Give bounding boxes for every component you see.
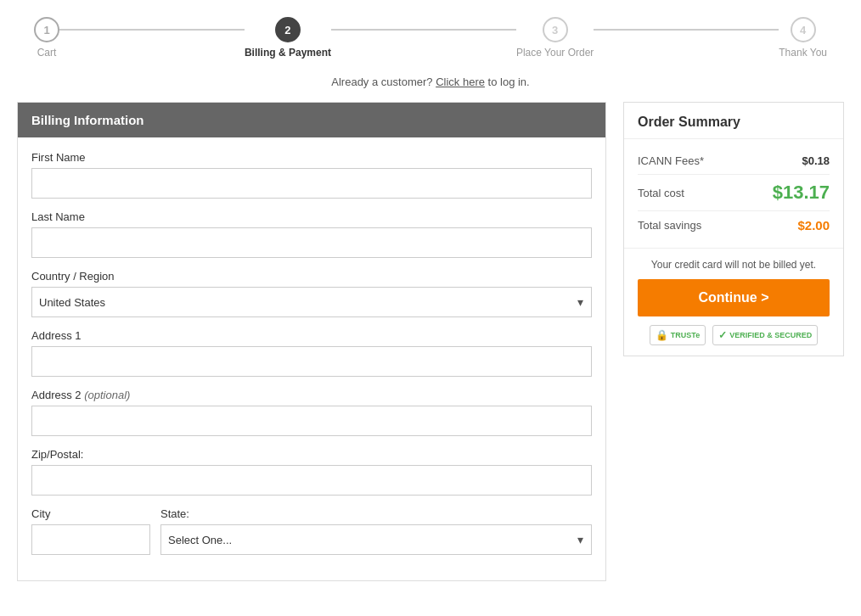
step-2-label: Billing & Payment	[245, 47, 331, 59]
state-select[interactable]: Select One... Alabama Alaska Arizona Cal…	[160, 524, 592, 555]
continue-button[interactable]: Continue >	[638, 279, 830, 316]
truste-icon: 🔒	[656, 329, 668, 341]
total-cost-row: Total cost $13.17	[638, 175, 830, 211]
step-4: 4 Thank You	[779, 17, 827, 59]
total-cost-label: Total cost	[638, 187, 684, 199]
city-label: City	[31, 507, 150, 520]
credit-note: Your credit card will not be billed yet.	[638, 259, 830, 271]
login-prompt-text: Already a customer?	[331, 76, 432, 88]
step-2: 2 Billing & Payment	[245, 17, 331, 59]
billing-header: Billing Information	[18, 103, 605, 137]
state-label: State:	[160, 507, 592, 520]
main-layout: Billing Information First Name Last Name…	[0, 102, 861, 598]
verified-label: VERIFIED & SECURED	[729, 331, 812, 339]
country-label: Country / Region	[31, 270, 592, 283]
truste-badge: 🔒 TRUSTe	[650, 325, 706, 345]
address2-group: Address 2 (optional)	[31, 389, 592, 436]
total-savings-row: Total savings $2.00	[638, 211, 830, 239]
last-name-input[interactable]	[31, 227, 592, 258]
order-action: Your credit card will not be billed yet.…	[624, 248, 843, 356]
country-select[interactable]: United States Canada United Kingdom Aust…	[31, 287, 592, 317]
step-1: 1 Cart	[34, 17, 59, 59]
verified-badge: ✓ VERIFIED & SECURED	[712, 325, 818, 345]
address1-group: Address 1	[31, 329, 592, 377]
connector-3-4	[594, 29, 779, 31]
login-prompt: Already a customer? Click here to log in…	[0, 67, 861, 102]
billing-section: Billing Information First Name Last Name…	[17, 102, 606, 581]
login-suffix: to log in.	[488, 76, 530, 88]
state-group: State: Select One... Alabama Alaska Ariz…	[160, 507, 592, 555]
country-select-wrapper: United States Canada United Kingdom Aust…	[31, 287, 592, 317]
connector-1-2	[59, 29, 245, 31]
total-savings-value: $2.00	[797, 218, 830, 232]
verified-icon: ✓	[718, 329, 727, 341]
total-savings-label: Total savings	[638, 219, 701, 232]
order-summary-header: Order Summary	[624, 103, 843, 139]
progress-bar: 1 Cart 2 Billing & Payment 3 Place Your …	[0, 0, 861, 67]
icann-fees-label: ICANN Fees*	[638, 154, 704, 167]
order-summary: Order Summary ICANN Fees* $0.18 Total co…	[623, 102, 844, 356]
first-name-label: First Name	[31, 151, 592, 164]
billing-title: Billing Information	[31, 113, 144, 127]
total-cost-value: $13.17	[773, 182, 830, 204]
step-4-circle: 4	[791, 17, 816, 42]
login-link[interactable]: Click here	[436, 76, 485, 88]
billing-body: First Name Last Name Country / Region Un…	[18, 137, 605, 580]
truste-label: TRUSTe	[671, 331, 700, 339]
address1-input[interactable]	[31, 346, 592, 377]
first-name-group: First Name	[31, 151, 592, 199]
icann-fees-value: $0.18	[802, 154, 830, 167]
connector-2-3	[331, 29, 516, 31]
zip-group: Zip/Postal:	[31, 448, 592, 496]
order-summary-title: Order Summary	[638, 115, 740, 129]
step-4-label: Thank You	[779, 47, 827, 59]
address1-label: Address 1	[31, 329, 592, 342]
city-state-row: City State: Select One... Alabama Alaska…	[31, 507, 592, 567]
step-3-label: Place Your Order	[516, 47, 594, 59]
state-select-wrapper: Select One... Alabama Alaska Arizona Cal…	[160, 524, 592, 555]
last-name-label: Last Name	[31, 210, 592, 223]
step-1-label: Cart	[37, 47, 57, 59]
step-3-circle: 3	[543, 17, 568, 42]
zip-label: Zip/Postal:	[31, 448, 592, 461]
city-input[interactable]	[31, 524, 150, 555]
last-name-group: Last Name	[31, 210, 592, 258]
country-group: Country / Region United States Canada Un…	[31, 270, 592, 317]
address2-label: Address 2 (optional)	[31, 389, 592, 401]
first-name-input[interactable]	[31, 168, 592, 199]
order-summary-body: ICANN Fees* $0.18 Total cost $13.17 Tota…	[624, 139, 843, 248]
trust-badges: 🔒 TRUSTe ✓ VERIFIED & SECURED	[638, 325, 830, 345]
icann-fees-row: ICANN Fees* $0.18	[638, 148, 830, 175]
step-1-circle: 1	[34, 17, 59, 42]
step-3: 3 Place Your Order	[516, 17, 594, 59]
city-group: City	[31, 507, 150, 555]
step-2-circle: 2	[275, 17, 301, 42]
zip-input[interactable]	[31, 465, 592, 496]
address2-input[interactable]	[31, 406, 592, 436]
